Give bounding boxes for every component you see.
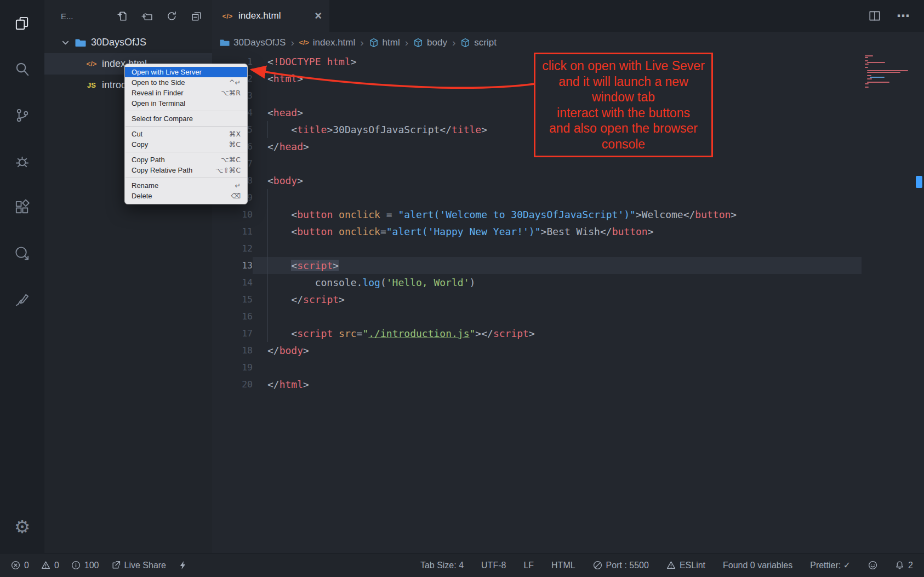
status-label: ESLint bbox=[680, 561, 705, 570]
minimap-line bbox=[865, 67, 868, 68]
status-feedback-smiley[interactable] bbox=[868, 561, 877, 570]
status-port[interactable]: Port : 5500 bbox=[593, 561, 649, 570]
breadcrumb-html[interactable]: html bbox=[369, 37, 400, 48]
breadcrumb-30daysofjs[interactable]: 30DaysOfJS bbox=[220, 37, 286, 48]
menu-item-copy-path[interactable]: Copy Path⌥⌘C bbox=[125, 155, 247, 165]
minimap[interactable] bbox=[865, 55, 915, 88]
status-encoding[interactable]: UTF-8 bbox=[481, 561, 506, 570]
status-notifications[interactable]: 2 bbox=[895, 561, 913, 570]
breadcrumb-label: index.html bbox=[313, 37, 355, 48]
status-label: 2 bbox=[908, 561, 913, 570]
menu-item-delete[interactable]: Delete⌫ bbox=[125, 191, 247, 201]
line-text: <button onclick = "alert('Welcome to 30D… bbox=[253, 206, 862, 223]
folder-icon bbox=[75, 37, 86, 48]
activity-source-control-button[interactable] bbox=[0, 92, 44, 138]
close-tab-icon[interactable]: × bbox=[315, 10, 322, 22]
sidebar-title: E... bbox=[61, 12, 73, 21]
overview-ruler-marker bbox=[916, 176, 922, 188]
menu-item-open-to-the-side[interactable]: Open to the Side^↵ bbox=[125, 77, 247, 88]
menu-item-open-in-terminal[interactable]: Open in Terminal bbox=[125, 98, 247, 108]
status-eol[interactable]: LF bbox=[523, 561, 534, 570]
tab-index-html[interactable]: </> index.html × bbox=[212, 0, 329, 32]
tree-folder-30daysofjs[interactable]: 30DaysOfJS bbox=[44, 32, 212, 53]
breadcrumb-label: html bbox=[383, 37, 400, 48]
menu-item-copy[interactable]: Copy⌘C bbox=[125, 139, 247, 150]
status-info-count[interactable]: 100 bbox=[71, 561, 99, 570]
status-errors[interactable]: 0 bbox=[11, 561, 29, 570]
breadcrumb-script[interactable]: script bbox=[460, 37, 497, 48]
status-live-share[interactable]: Live Share bbox=[111, 561, 167, 570]
minimap-line bbox=[865, 57, 868, 58]
code-line-15[interactable]: 15 </script> bbox=[212, 291, 862, 308]
status-label: Live Share bbox=[124, 561, 167, 570]
code-line-12[interactable]: 12 bbox=[212, 240, 862, 257]
minimap-line bbox=[865, 55, 873, 56]
new-file-icon[interactable] bbox=[117, 10, 128, 22]
code-line-11[interactable]: 11 <button onclick="alert('Happy New Yea… bbox=[212, 223, 862, 240]
minimap-line bbox=[867, 62, 885, 63]
refresh-icon[interactable] bbox=[166, 10, 178, 22]
tab-bar: </> index.html × ⋯ bbox=[212, 0, 924, 32]
collapse-all-icon[interactable] bbox=[191, 10, 202, 22]
menu-separator bbox=[126, 126, 247, 127]
new-folder-icon[interactable] bbox=[141, 10, 153, 22]
line-number: 18 bbox=[212, 342, 253, 359]
menu-item-label: Open in Terminal bbox=[132, 99, 185, 107]
activity-search-button[interactable] bbox=[0, 46, 44, 92]
annotation-line: window tab bbox=[537, 89, 710, 105]
activity-live-share-button[interactable] bbox=[0, 230, 44, 276]
code-line-20[interactable]: 20</html> bbox=[212, 376, 862, 393]
activity-run-debug-button[interactable] bbox=[0, 138, 44, 184]
breadcrumb-separator: › bbox=[452, 37, 455, 49]
activity-feedback-button[interactable] bbox=[0, 276, 44, 322]
code-line-8[interactable]: 8<body> bbox=[212, 172, 862, 189]
code-line-7[interactable]: 7 bbox=[212, 155, 862, 172]
code-line-10[interactable]: 10 <button onclick = "alert('Welcome to … bbox=[212, 206, 862, 223]
code-line-19[interactable]: 19 bbox=[212, 359, 862, 376]
code-line-17[interactable]: 17 <script src="./introduction.js"></scr… bbox=[212, 325, 862, 342]
menu-item-label: Open to the Side bbox=[132, 78, 185, 87]
menu-item-select-for-compare[interactable]: Select for Compare bbox=[125, 113, 247, 124]
activity-explorer-button[interactable] bbox=[0, 0, 44, 46]
code-line-16[interactable]: 16 bbox=[212, 308, 862, 325]
breadcrumb-label: body bbox=[427, 37, 447, 48]
status-language-mode[interactable]: HTML bbox=[551, 561, 575, 570]
menu-separator bbox=[126, 178, 247, 178]
menu-item-open-with-live-server[interactable]: Open with Live Server bbox=[125, 67, 247, 77]
status-label: Port : 5500 bbox=[606, 561, 649, 570]
status-label: Tab Size: 4 bbox=[420, 561, 464, 570]
status-warnings[interactable]: 0 bbox=[41, 561, 59, 570]
run-debug-icon bbox=[14, 153, 31, 170]
tab-label: index.html bbox=[238, 10, 281, 21]
split-editor-icon[interactable] bbox=[868, 9, 881, 22]
breadcrumb-index-html[interactable]: </>index.html bbox=[299, 37, 355, 48]
line-text: </body> bbox=[253, 342, 862, 359]
more-actions-icon[interactable]: ⋯ bbox=[897, 9, 910, 22]
menu-item-copy-relative-path[interactable]: Copy Relative Path⌥⇧⌘C bbox=[125, 165, 247, 175]
annotation-line: interact with the buttons bbox=[537, 105, 710, 121]
menu-item-rename[interactable]: Rename↵ bbox=[125, 180, 247, 191]
activity-extensions-button[interactable] bbox=[0, 184, 44, 230]
line-number: 16 bbox=[212, 308, 253, 325]
status-variables[interactable]: Found 0 variables bbox=[723, 561, 792, 570]
menu-separator bbox=[126, 111, 247, 111]
status-label: Prettier: ✓ bbox=[810, 560, 851, 570]
status-label: 0 bbox=[54, 561, 59, 570]
menu-item-label: Select for Compare bbox=[132, 115, 193, 123]
code-line-9[interactable]: 9 bbox=[212, 189, 862, 206]
code-line-18[interactable]: 18</body> bbox=[212, 342, 862, 359]
status-prettier[interactable]: Prettier: ✓ bbox=[810, 560, 851, 570]
menu-item-reveal-in-finder[interactable]: Reveal in Finder⌥⌘R bbox=[125, 88, 247, 98]
status-eslint[interactable]: ESLint bbox=[666, 561, 705, 570]
line-number: 19 bbox=[212, 359, 253, 376]
code-line-13[interactable]: 13 <script> bbox=[212, 257, 862, 274]
menu-item-label: Reveal in Finder bbox=[132, 89, 184, 97]
activity-settings-button[interactable]: ⚙ bbox=[0, 504, 44, 550]
code-line-14[interactable]: 14 console.log('Hello, World') bbox=[212, 274, 862, 291]
breadcrumb-body[interactable]: body bbox=[413, 37, 447, 48]
symbol-cube-icon bbox=[460, 38, 470, 48]
smiley-icon bbox=[868, 561, 877, 570]
status-live-server-bolt[interactable] bbox=[178, 561, 187, 570]
status-tab-size[interactable]: Tab Size: 4 bbox=[420, 561, 464, 570]
menu-item-cut[interactable]: Cut⌘X bbox=[125, 129, 247, 139]
